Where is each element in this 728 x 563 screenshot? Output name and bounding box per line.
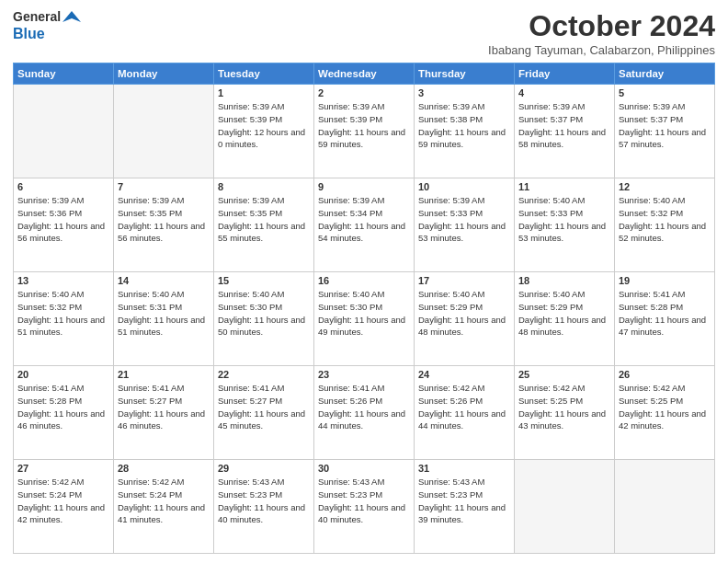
sunrise-text: Sunrise: 5:43 AM <box>318 477 384 487</box>
calendar-cell: 4 Sunrise: 5:39 AM Sunset: 5:37 PM Dayli… <box>515 85 615 178</box>
daylight-text: Daylight: 11 hours and 39 minutes. <box>418 502 506 525</box>
daylight-text: Daylight: 11 hours and 49 minutes. <box>318 315 405 338</box>
calendar-cell: 28 Sunrise: 5:42 AM Sunset: 5:24 PM Dayl… <box>114 460 214 554</box>
day-number: 19 <box>619 275 711 286</box>
day-number: 27 <box>17 463 109 474</box>
calendar-cell: 7 Sunrise: 5:39 AM Sunset: 5:35 PM Dayli… <box>114 178 214 272</box>
sunrise-text: Sunrise: 5:39 AM <box>619 101 685 111</box>
calendar-week-row: 20 Sunrise: 5:41 AM Sunset: 5:28 PM Dayl… <box>14 366 715 460</box>
day-header-saturday: Saturday <box>615 63 715 85</box>
daylight-text: Daylight: 11 hours and 53 minutes. <box>418 221 506 244</box>
day-number: 1 <box>218 87 310 98</box>
sunrise-text: Sunrise: 5:39 AM <box>418 195 484 205</box>
sunset-text: Sunset: 5:31 PM <box>118 302 182 312</box>
sunset-text: Sunset: 5:37 PM <box>518 114 583 124</box>
daylight-text: Daylight: 11 hours and 58 minutes. <box>518 127 606 150</box>
day-number: 20 <box>17 369 109 380</box>
day-number: 6 <box>17 181 109 192</box>
daylight-text: Daylight: 11 hours and 42 minutes. <box>619 408 706 431</box>
calendar-cell: 19 Sunrise: 5:41 AM Sunset: 5:28 PM Dayl… <box>615 272 715 366</box>
daylight-text: Daylight: 11 hours and 57 minutes. <box>619 127 706 150</box>
day-number: 11 <box>518 181 610 192</box>
page: General Blue October 2024 Ibabang Tayuma… <box>0 0 728 563</box>
calendar-cell: 18 Sunrise: 5:40 AM Sunset: 5:29 PM Dayl… <box>515 272 615 366</box>
daylight-text: Daylight: 11 hours and 53 minutes. <box>518 221 606 244</box>
day-number: 15 <box>218 275 310 286</box>
cell-info: Sunrise: 5:39 AM Sunset: 5:39 PM Dayligh… <box>318 100 410 151</box>
day-number: 21 <box>118 369 210 380</box>
cell-info: Sunrise: 5:42 AM Sunset: 5:24 PM Dayligh… <box>118 476 210 526</box>
day-number: 31 <box>418 463 510 474</box>
cell-info: Sunrise: 5:39 AM Sunset: 5:36 PM Dayligh… <box>17 194 109 245</box>
sunrise-text: Sunrise: 5:39 AM <box>518 101 585 111</box>
calendar-cell: 13 Sunrise: 5:40 AM Sunset: 5:32 PM Dayl… <box>14 272 114 366</box>
sunset-text: Sunset: 5:27 PM <box>218 396 282 406</box>
cell-info: Sunrise: 5:39 AM Sunset: 5:33 PM Dayligh… <box>418 194 510 245</box>
sunset-text: Sunset: 5:32 PM <box>619 208 683 218</box>
sunset-text: Sunset: 5:24 PM <box>17 489 82 500</box>
sunset-text: Sunset: 5:23 PM <box>418 489 483 500</box>
cell-info: Sunrise: 5:41 AM Sunset: 5:27 PM Dayligh… <box>218 382 310 432</box>
day-number: 5 <box>619 87 711 98</box>
sunrise-text: Sunrise: 5:41 AM <box>118 383 184 393</box>
day-number: 2 <box>318 87 410 98</box>
cell-info: Sunrise: 5:41 AM Sunset: 5:28 PM Dayligh… <box>17 382 109 432</box>
daylight-text: Daylight: 11 hours and 52 minutes. <box>619 221 706 244</box>
cell-info: Sunrise: 5:43 AM Sunset: 5:23 PM Dayligh… <box>318 476 410 526</box>
calendar-cell <box>14 85 114 178</box>
sunrise-text: Sunrise: 5:40 AM <box>418 289 484 299</box>
cell-info: Sunrise: 5:40 AM Sunset: 5:32 PM Dayligh… <box>619 194 711 245</box>
sunrise-text: Sunrise: 5:39 AM <box>218 195 284 205</box>
day-number: 3 <box>418 87 510 98</box>
day-number: 22 <box>218 369 310 380</box>
calendar-cell: 16 Sunrise: 5:40 AM Sunset: 5:30 PM Dayl… <box>314 272 415 366</box>
sunrise-text: Sunrise: 5:42 AM <box>17 477 84 487</box>
sunrise-text: Sunrise: 5:42 AM <box>118 477 184 487</box>
cell-info: Sunrise: 5:39 AM Sunset: 5:39 PM Dayligh… <box>218 100 310 151</box>
svg-marker-0 <box>63 11 81 22</box>
daylight-text: Daylight: 11 hours and 47 minutes. <box>619 315 706 338</box>
daylight-text: Daylight: 11 hours and 55 minutes. <box>218 221 305 244</box>
day-number: 30 <box>318 463 410 474</box>
day-number: 12 <box>619 181 711 192</box>
daylight-text: Daylight: 11 hours and 46 minutes. <box>17 408 105 431</box>
sunset-text: Sunset: 5:35 PM <box>218 208 282 218</box>
calendar-cell: 11 Sunrise: 5:40 AM Sunset: 5:33 PM Dayl… <box>515 178 615 272</box>
calendar-cell: 30 Sunrise: 5:43 AM Sunset: 5:23 PM Dayl… <box>314 460 415 554</box>
sunset-text: Sunset: 5:33 PM <box>518 208 583 218</box>
calendar-cell: 3 Sunrise: 5:39 AM Sunset: 5:38 PM Dayli… <box>415 85 515 178</box>
cell-info: Sunrise: 5:42 AM Sunset: 5:25 PM Dayligh… <box>518 382 610 432</box>
sunrise-text: Sunrise: 5:41 AM <box>318 383 384 393</box>
calendar-cell: 10 Sunrise: 5:39 AM Sunset: 5:33 PM Dayl… <box>415 178 515 272</box>
sunset-text: Sunset: 5:29 PM <box>518 302 583 312</box>
calendar-cell: 22 Sunrise: 5:41 AM Sunset: 5:27 PM Dayl… <box>214 366 314 460</box>
sunset-text: Sunset: 5:37 PM <box>619 114 683 124</box>
sunrise-text: Sunrise: 5:40 AM <box>518 289 585 299</box>
day-header-monday: Monday <box>114 63 214 85</box>
calendar-cell: 14 Sunrise: 5:40 AM Sunset: 5:31 PM Dayl… <box>114 272 214 366</box>
daylight-text: Daylight: 11 hours and 56 minutes. <box>17 221 105 244</box>
sunset-text: Sunset: 5:32 PM <box>17 302 82 312</box>
sunset-text: Sunset: 5:24 PM <box>118 489 182 500</box>
day-number: 23 <box>318 369 410 380</box>
daylight-text: Daylight: 11 hours and 48 minutes. <box>418 315 506 338</box>
cell-info: Sunrise: 5:39 AM Sunset: 5:37 PM Dayligh… <box>518 100 610 151</box>
day-number: 13 <box>17 275 109 286</box>
daylight-text: Daylight: 11 hours and 45 minutes. <box>218 408 305 431</box>
calendar-cell: 2 Sunrise: 5:39 AM Sunset: 5:39 PM Dayli… <box>314 85 415 178</box>
day-number: 28 <box>118 463 210 474</box>
calendar-cell <box>114 85 214 178</box>
month-title: October 2024 <box>488 9 715 43</box>
daylight-text: Daylight: 11 hours and 48 minutes. <box>518 315 606 338</box>
day-header-sunday: Sunday <box>14 63 114 85</box>
sunset-text: Sunset: 5:23 PM <box>318 489 382 500</box>
daylight-text: Daylight: 11 hours and 41 minutes. <box>118 502 205 525</box>
calendar-cell: 20 Sunrise: 5:41 AM Sunset: 5:28 PM Dayl… <box>14 366 114 460</box>
sunrise-text: Sunrise: 5:41 AM <box>619 289 685 299</box>
calendar-cell: 17 Sunrise: 5:40 AM Sunset: 5:29 PM Dayl… <box>415 272 515 366</box>
cell-info: Sunrise: 5:42 AM Sunset: 5:24 PM Dayligh… <box>17 476 109 526</box>
cell-info: Sunrise: 5:39 AM Sunset: 5:35 PM Dayligh… <box>118 194 210 245</box>
calendar-cell: 5 Sunrise: 5:39 AM Sunset: 5:37 PM Dayli… <box>615 85 715 178</box>
sunrise-text: Sunrise: 5:42 AM <box>418 383 484 393</box>
sunrise-text: Sunrise: 5:42 AM <box>518 383 585 393</box>
